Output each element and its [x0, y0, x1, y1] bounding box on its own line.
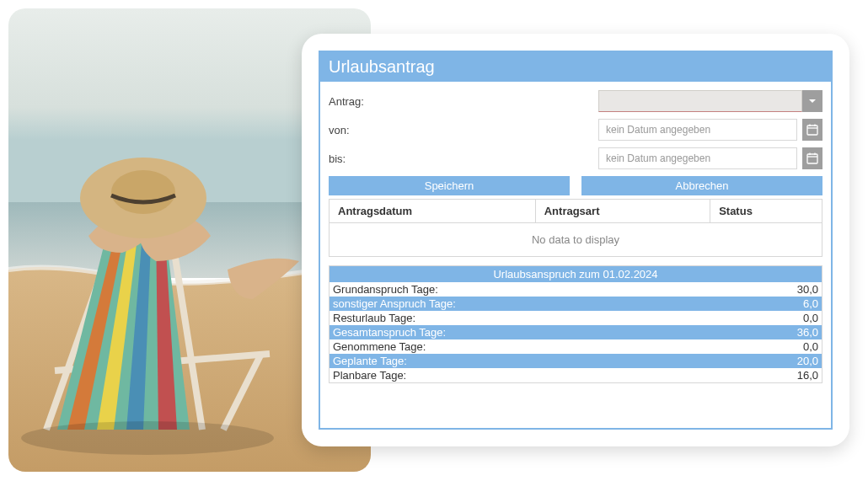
summary-row: Gesamtanspruch Tage:36,0 [330, 325, 822, 339]
bis-date-input[interactable]: kein Datum angegeben [598, 147, 797, 169]
antrag-label: Antrag: [329, 95, 598, 108]
summary-row: Planbare Tage:16,0 [330, 368, 822, 382]
von-label: von: [329, 124, 598, 136]
summary-table: Grundanspruch Tage:30,0 sonstiger Anspru… [329, 282, 822, 383]
vacation-request-panel: Urlaubsantrag Antrag: von: kein Datum an… [302, 34, 849, 446]
summary-title: Urlaubsanspruch zum 01.02.2024 [329, 265, 822, 282]
requests-grid: Antragsdatum Antragsart Status No data t… [329, 199, 822, 257]
grid-empty-message: No data to display [330, 223, 822, 256]
save-button[interactable]: Speichern [329, 176, 570, 195]
antrag-select[interactable] [598, 90, 802, 112]
bis-calendar-button[interactable] [802, 147, 822, 169]
antrag-dropdown-button[interactable] [802, 90, 822, 112]
antrag-row: Antrag: [329, 90, 822, 112]
grid-col-status[interactable]: Status [710, 200, 822, 223]
von-row: von: kein Datum angegeben [329, 119, 822, 141]
cancel-button[interactable]: Abbrechen [581, 176, 822, 195]
bis-label: bis: [329, 152, 598, 165]
svg-rect-10 [807, 126, 817, 135]
summary-row: Genommene Tage:0,0 [330, 339, 822, 354]
bis-row: bis: kein Datum angegeben [329, 147, 822, 169]
svg-point-8 [111, 170, 175, 214]
von-calendar-button[interactable] [802, 119, 822, 141]
summary-row: Resturlaub Tage:0,0 [330, 311, 822, 325]
svg-point-9 [21, 421, 274, 455]
svg-rect-14 [807, 154, 817, 163]
von-date-input[interactable]: kein Datum angegeben [598, 119, 797, 141]
summary-row: Grundanspruch Tage:30,0 [330, 282, 822, 297]
panel-title: Urlaubsantrag [320, 52, 831, 82]
summary-row: Geplante Tage:20,0 [330, 354, 822, 368]
summary-row: sonstiger Anspruch Tage:6,0 [330, 297, 822, 311]
grid-col-antragsdatum[interactable]: Antragsdatum [330, 200, 536, 223]
grid-col-antragsart[interactable]: Antragsart [536, 200, 710, 223]
